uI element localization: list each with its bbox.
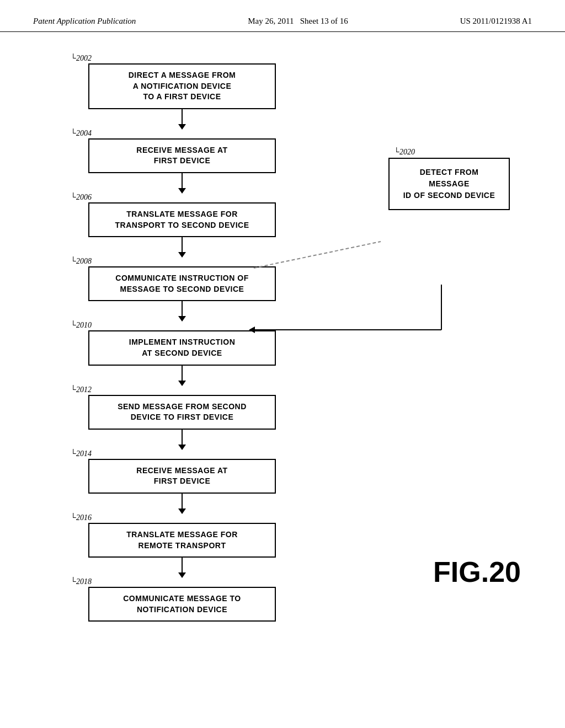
flowchart-content: └2002 DIRECT A MESSAGE FROMA NOTIFICATIO… xyxy=(0,38,565,633)
arrow-2006-2008 xyxy=(182,237,183,257)
date: May 26, 2011 xyxy=(248,17,294,25)
arrow-2008-2010 xyxy=(182,301,183,321)
flow-box-2012: SEND MESSAGE FROM SECONDDEVICE TO FIRST … xyxy=(88,395,276,430)
page-header: Patent Application Publication May 26, 2… xyxy=(0,0,565,32)
step-num-2008: └2008 xyxy=(71,257,92,266)
fig-label: FIG.20 xyxy=(433,555,521,588)
patent-number: US 2011/0121938 A1 xyxy=(460,17,532,26)
arrow-2004-2006 xyxy=(182,173,183,193)
flow-box-2016: TRANSLATE MESSAGE FORREMOTE TRANSPORT xyxy=(88,523,276,558)
flow-box-2014: RECEIVE MESSAGE ATFIRST DEVICE xyxy=(88,459,276,494)
flow-box-2006: TRANSLATE MESSAGE FORTRANSPORT TO SECOND… xyxy=(88,202,276,237)
flow-right: └2020 DETECT FROM MESSAGEID OF SECOND DE… xyxy=(388,148,510,210)
flowchart: └2002 DIRECT A MESSAGE FROMA NOTIFICATIO… xyxy=(33,49,532,622)
arrow-2010-2012 xyxy=(182,366,183,386)
flow-box-2020: DETECT FROM MESSAGEID OF SECOND DEVICE xyxy=(388,158,510,210)
step-num-2016: └2016 xyxy=(71,513,92,522)
arrow-2014-2016 xyxy=(182,494,183,513)
flow-box-2004: RECEIVE MESSAGE ATFIRST DEVICE xyxy=(88,138,276,173)
flow-box-2010: IMPLEMENT INSTRUCTIONAT SECOND DEVICE xyxy=(88,330,276,365)
publication-label: Patent Application Publication xyxy=(33,17,136,26)
arrow-2012-2014 xyxy=(182,430,183,449)
arrow-2002-2004 xyxy=(182,109,183,129)
step-num-2002: └2002 xyxy=(71,54,92,63)
step-num-2010: └2010 xyxy=(71,321,92,330)
step-num-2014: └2014 xyxy=(71,449,92,458)
step-num-2006: └2006 xyxy=(71,193,92,202)
flow-box-2018: COMMUNICATE MESSAGE TONOTIFICATION DEVIC… xyxy=(88,587,276,622)
flow-box-2008: COMMUNICATE INSTRUCTION OFMESSAGE TO SEC… xyxy=(88,266,276,301)
flow-left: └2002 DIRECT A MESSAGE FROMA NOTIFICATIO… xyxy=(66,54,298,622)
step-num-2018: └2018 xyxy=(71,577,92,586)
sheet: Sheet 13 of 16 xyxy=(300,17,348,25)
arrow-2016-2018 xyxy=(182,558,183,577)
step-num-2012: └2012 xyxy=(71,386,92,394)
flow-box-2002: DIRECT A MESSAGE FROMA NOTIFICATION DEVI… xyxy=(88,63,276,109)
date-sheet: May 26, 2011 Sheet 13 of 16 xyxy=(248,17,348,26)
step-num-2004: └2004 xyxy=(71,129,92,138)
step-num-2020: └2020 xyxy=(394,148,415,157)
